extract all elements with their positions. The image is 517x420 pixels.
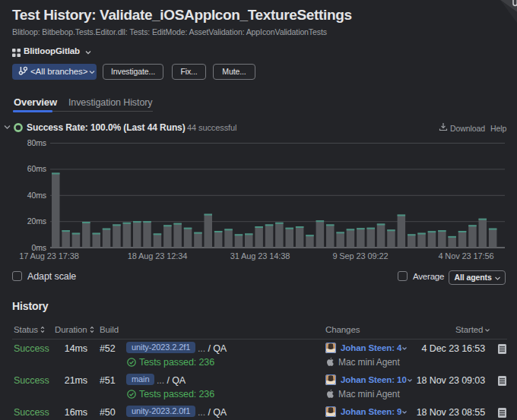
svg-text:40ms: 40ms [27, 191, 46, 200]
svg-text:18 Aug 23 12:34: 18 Aug 23 12:34 [128, 251, 188, 261]
svg-text:60ms: 60ms [27, 164, 46, 173]
svg-text:0ms: 0ms [31, 243, 46, 252]
svg-text:9 Sep 23 09:22: 9 Sep 23 09:22 [332, 251, 388, 261]
svg-text:4 Nov 23 17:56: 4 Nov 23 17:56 [438, 251, 493, 261]
svg-text:17 Aug 23 17:38: 17 Aug 23 17:38 [19, 251, 79, 261]
svg-text:20ms: 20ms [27, 216, 46, 226]
svg-text:31 Aug 23 14:38: 31 Aug 23 14:38 [230, 251, 290, 261]
svg-text:80ms: 80ms [27, 138, 46, 147]
